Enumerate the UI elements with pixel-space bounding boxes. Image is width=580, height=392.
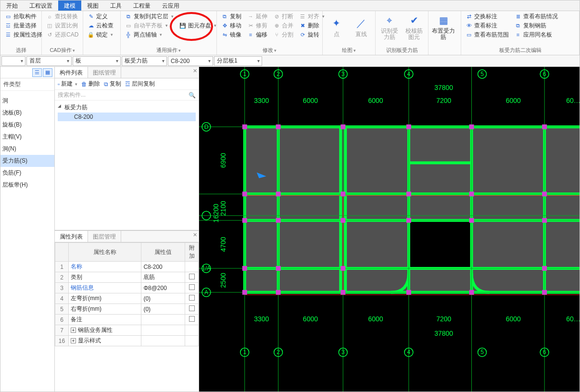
restore-cad-button[interactable]: ↺还原CAD [45, 30, 80, 39]
combo-floor[interactable]: 首层 [26, 56, 72, 66]
recognize-slab-button[interactable]: ⌖识别受力筋 [378, 12, 401, 42]
copy-comp-button[interactable]: ⧉复制 [104, 80, 121, 88]
checkbox[interactable] [189, 284, 195, 290]
check-elem-button[interactable]: ✔校核筋图元 [403, 12, 426, 42]
group-empty-label [431, 53, 458, 55]
rotate-button[interactable]: ⟳旋转 [298, 30, 326, 39]
table-row[interactable]: 5右弯折(mm)(0) [55, 304, 199, 315]
expand-icon[interactable]: + [71, 338, 76, 343]
move-button[interactable]: ✥移动 [220, 21, 243, 30]
two-point-axis-button[interactable]: ╬两点辅轴▾ [124, 30, 175, 39]
drawing-canvas[interactable]: 123456 123456 D 1/A A 37800 3300 6000 60… [199, 67, 580, 392]
del-button[interactable]: 🗑删除 [81, 80, 100, 88]
menu-cloud[interactable]: 云应用 [156, 0, 185, 11]
cloud-check-button[interactable]: ☁云检查 [86, 21, 115, 30]
extend-button[interactable]: →延伸 [246, 12, 269, 21]
nav-item-0[interactable] [0, 91, 54, 95]
checkbox[interactable] [189, 295, 195, 301]
same-slab-button[interactable]: ≡应用同名板 [513, 30, 559, 39]
mirror-button[interactable]: ⇋镜像 [220, 30, 243, 39]
menu-start[interactable]: 开始 [0, 0, 24, 11]
nav-item-main-bar[interactable]: 受力筋(S) [0, 155, 54, 167]
view-annotation-button[interactable]: 👁查看标注 [464, 21, 510, 30]
menu-project[interactable]: 工程设置 [24, 0, 58, 11]
save-element-button[interactable]: 💾图元存盘▾ [178, 21, 218, 30]
table-row[interactable]: 6备注 [55, 315, 199, 325]
tab-layer-mgr[interactable]: 图层管理 [88, 231, 121, 242]
table-row[interactable]: 4左弯折(mm)(0) [55, 293, 199, 304]
panel-close-icon[interactable]: ✕ [193, 68, 197, 74]
svg-text:3: 3 [341, 71, 345, 77]
lock-button[interactable]: 🔒锁定▾ [86, 30, 115, 39]
new-button[interactable]: ▫新建▾ [58, 80, 77, 88]
split-button[interactable]: ⑂分割 [272, 30, 295, 39]
copy-rebar-button[interactable]: ⧉复制钢筋 [513, 21, 559, 30]
menu-view[interactable]: 视图 [81, 0, 104, 11]
layer-copy-button[interactable]: ☲层间复制 [125, 80, 155, 88]
tab-property-list[interactable]: 属性列表 [55, 231, 88, 242]
trash-icon: 🗑 [81, 81, 87, 88]
nav-item-cast-slab[interactable]: 浇板(B) [0, 107, 54, 119]
auto-flat-button[interactable]: ▭自动平齐板▾ [124, 21, 175, 30]
view-grid-button[interactable]: ▦ [43, 68, 52, 77]
search-input[interactable]: 搜索构件... [55, 90, 199, 101]
view-state-button[interactable]: ≣查看布筋情况 [513, 12, 559, 21]
combo-category[interactable]: 板 [73, 56, 121, 66]
nav-item-cap[interactable]: 主帽(V) [0, 131, 54, 143]
tab-component-list[interactable]: 构件列表 [55, 67, 88, 78]
svg-rect-47 [542, 218, 547, 223]
merge-button[interactable]: ⊕合并 [272, 21, 295, 30]
table-row[interactable]: 16+显示样式 [55, 336, 199, 346]
nav-item-1[interactable]: 洞 [0, 95, 54, 107]
new-icon: ▫ [58, 81, 60, 88]
tree-root[interactable]: 板受力筋 [58, 102, 196, 113]
svg-rect-41 [542, 191, 547, 196]
scale-icon: ◫ [46, 22, 53, 29]
table-row[interactable]: 2类别底筋 [55, 272, 199, 283]
table-row[interactable]: 3钢筋信息Φ8@200 [55, 283, 199, 293]
tree-item-c8-200[interactable]: C8-200 [58, 113, 196, 121]
nav-item-strip[interactable]: 层板带(H) [0, 179, 54, 191]
combo-subtype[interactable]: 板受力筋 [122, 56, 167, 66]
combo-empty[interactable] [1, 56, 25, 66]
property-panel-close-icon[interactable]: ✕ [193, 232, 197, 238]
checkbox[interactable] [189, 274, 195, 279]
break-button[interactable]: ⊘打断 [272, 12, 295, 21]
attr-select-button[interactable]: ☰按属性选择 [3, 30, 44, 39]
nav-item-hole[interactable]: 洞(N) [0, 143, 54, 155]
point-button[interactable]: ✦点 [326, 12, 348, 42]
copy-button[interactable]: ⧉复制 [220, 12, 243, 21]
checkbox[interactable] [189, 316, 195, 322]
menu-tools[interactable]: 工具 [104, 0, 127, 11]
line-button[interactable]: ／直线 [351, 12, 373, 42]
delete-button[interactable]: ✖删除 [298, 21, 326, 30]
combo-layer[interactable]: 分层板1 [214, 56, 262, 66]
copy-to-layer-button[interactable]: ⧉复制到其它层▾ [124, 12, 175, 21]
align-button[interactable]: ☰对齐▾ [298, 12, 326, 21]
find-replace-button[interactable]: ⌕查找替换 [45, 12, 80, 21]
nav-item-neg-bar[interactable]: 负筋(F) [0, 167, 54, 179]
combo-spec[interactable]: C8-200 [168, 56, 213, 66]
expand-icon[interactable]: + [71, 328, 76, 333]
table-row[interactable]: 7+钢筋业务属性 [55, 325, 199, 336]
svg-rect-50 [340, 266, 345, 271]
define-button[interactable]: ✎定义 [86, 12, 115, 21]
set-scale-button[interactable]: ◫设置比例 [45, 21, 80, 30]
menu-model[interactable]: 建模 [58, 0, 81, 11]
checkbox[interactable] [189, 305, 195, 311]
tab-drawing-mgr[interactable]: 图纸管理 [88, 67, 121, 78]
menu-quantity[interactable]: 工程量 [127, 0, 156, 11]
view-list-button[interactable]: ☰ [32, 68, 42, 77]
layout-bar-button[interactable]: ▦布置受力筋 [431, 12, 455, 42]
trim-button[interactable]: ✂修剪 [246, 21, 269, 30]
table-row[interactable]: 1名称C8-200 [55, 262, 199, 272]
trim-icon: ✂ [247, 22, 254, 29]
swap-annotation-button[interactable]: ⇄交换标注 [464, 12, 510, 21]
view-range-button[interactable]: ▭查看布筋范围 [464, 30, 510, 39]
pick-element-button[interactable]: ▭拾取构件 [3, 12, 44, 21]
nav-item-spiral-slab[interactable]: 旋板(B) [0, 119, 54, 131]
batch-select-button[interactable]: ☲批量选择 [3, 21, 44, 30]
offset-button[interactable]: ≡偏移 [246, 30, 269, 39]
svg-text:3300: 3300 [254, 315, 269, 323]
copy-icon: ⧉ [221, 13, 228, 20]
